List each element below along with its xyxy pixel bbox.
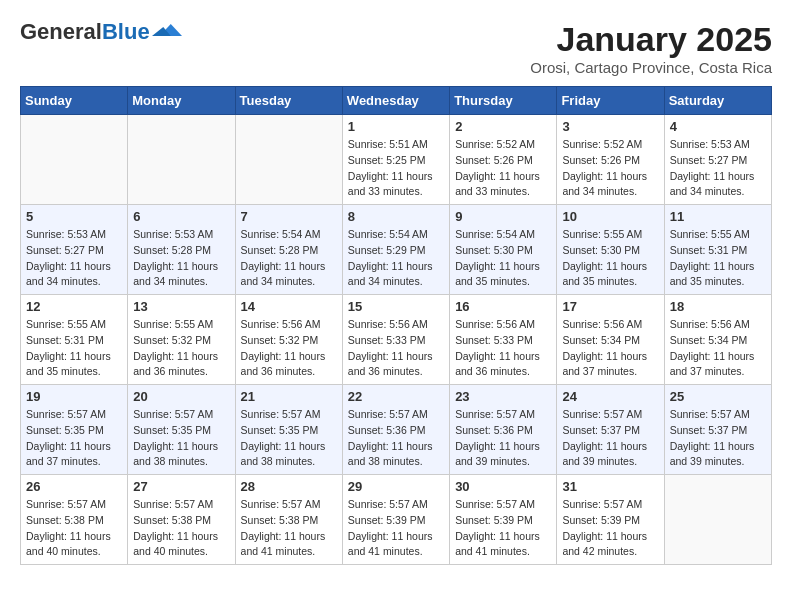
day-number: 17 bbox=[562, 299, 658, 314]
logo-line2: Blue bbox=[102, 19, 150, 44]
day-info: Sunrise: 5:56 AM Sunset: 5:34 PM Dayligh… bbox=[670, 317, 766, 380]
calendar-cell: 10Sunrise: 5:55 AM Sunset: 5:30 PM Dayli… bbox=[557, 205, 664, 295]
day-info: Sunrise: 5:57 AM Sunset: 5:35 PM Dayligh… bbox=[133, 407, 229, 470]
day-info: Sunrise: 5:56 AM Sunset: 5:33 PM Dayligh… bbox=[455, 317, 551, 380]
calendar-cell: 25Sunrise: 5:57 AM Sunset: 5:37 PM Dayli… bbox=[664, 385, 771, 475]
day-number: 29 bbox=[348, 479, 444, 494]
day-number: 20 bbox=[133, 389, 229, 404]
day-number: 11 bbox=[670, 209, 766, 224]
day-info: Sunrise: 5:53 AM Sunset: 5:27 PM Dayligh… bbox=[670, 137, 766, 200]
weekday-header: Friday bbox=[557, 87, 664, 115]
calendar-cell: 8Sunrise: 5:54 AM Sunset: 5:29 PM Daylig… bbox=[342, 205, 449, 295]
calendar-week-row: 19Sunrise: 5:57 AM Sunset: 5:35 PM Dayli… bbox=[21, 385, 772, 475]
day-number: 30 bbox=[455, 479, 551, 494]
day-number: 5 bbox=[26, 209, 122, 224]
day-info: Sunrise: 5:57 AM Sunset: 5:36 PM Dayligh… bbox=[455, 407, 551, 470]
calendar-cell: 11Sunrise: 5:55 AM Sunset: 5:31 PM Dayli… bbox=[664, 205, 771, 295]
calendar-cell: 23Sunrise: 5:57 AM Sunset: 5:36 PM Dayli… bbox=[450, 385, 557, 475]
day-info: Sunrise: 5:57 AM Sunset: 5:38 PM Dayligh… bbox=[26, 497, 122, 560]
day-info: Sunrise: 5:51 AM Sunset: 5:25 PM Dayligh… bbox=[348, 137, 444, 200]
day-number: 13 bbox=[133, 299, 229, 314]
day-info: Sunrise: 5:55 AM Sunset: 5:32 PM Dayligh… bbox=[133, 317, 229, 380]
day-number: 28 bbox=[241, 479, 337, 494]
day-info: Sunrise: 5:53 AM Sunset: 5:27 PM Dayligh… bbox=[26, 227, 122, 290]
calendar-cell bbox=[235, 115, 342, 205]
day-number: 6 bbox=[133, 209, 229, 224]
day-info: Sunrise: 5:55 AM Sunset: 5:30 PM Dayligh… bbox=[562, 227, 658, 290]
calendar-cell bbox=[128, 115, 235, 205]
day-number: 9 bbox=[455, 209, 551, 224]
calendar-cell: 3Sunrise: 5:52 AM Sunset: 5:26 PM Daylig… bbox=[557, 115, 664, 205]
day-info: Sunrise: 5:57 AM Sunset: 5:35 PM Dayligh… bbox=[26, 407, 122, 470]
calendar-cell: 30Sunrise: 5:57 AM Sunset: 5:39 PM Dayli… bbox=[450, 475, 557, 565]
day-info: Sunrise: 5:55 AM Sunset: 5:31 PM Dayligh… bbox=[26, 317, 122, 380]
weekday-header: Tuesday bbox=[235, 87, 342, 115]
day-number: 14 bbox=[241, 299, 337, 314]
calendar-cell: 21Sunrise: 5:57 AM Sunset: 5:35 PM Dayli… bbox=[235, 385, 342, 475]
calendar-cell: 31Sunrise: 5:57 AM Sunset: 5:39 PM Dayli… bbox=[557, 475, 664, 565]
day-info: Sunrise: 5:57 AM Sunset: 5:35 PM Dayligh… bbox=[241, 407, 337, 470]
calendar-cell: 19Sunrise: 5:57 AM Sunset: 5:35 PM Dayli… bbox=[21, 385, 128, 475]
calendar-cell: 28Sunrise: 5:57 AM Sunset: 5:38 PM Dayli… bbox=[235, 475, 342, 565]
day-number: 25 bbox=[670, 389, 766, 404]
day-number: 3 bbox=[562, 119, 658, 134]
day-info: Sunrise: 5:56 AM Sunset: 5:33 PM Dayligh… bbox=[348, 317, 444, 380]
day-number: 18 bbox=[670, 299, 766, 314]
day-info: Sunrise: 5:57 AM Sunset: 5:37 PM Dayligh… bbox=[670, 407, 766, 470]
calendar-cell: 20Sunrise: 5:57 AM Sunset: 5:35 PM Dayli… bbox=[128, 385, 235, 475]
day-info: Sunrise: 5:55 AM Sunset: 5:31 PM Dayligh… bbox=[670, 227, 766, 290]
day-number: 23 bbox=[455, 389, 551, 404]
logo-line1: General bbox=[20, 19, 102, 44]
day-info: Sunrise: 5:57 AM Sunset: 5:36 PM Dayligh… bbox=[348, 407, 444, 470]
calendar-cell: 12Sunrise: 5:55 AM Sunset: 5:31 PM Dayli… bbox=[21, 295, 128, 385]
weekday-header: Sunday bbox=[21, 87, 128, 115]
weekday-header: Monday bbox=[128, 87, 235, 115]
weekday-header: Wednesday bbox=[342, 87, 449, 115]
calendar-cell: 6Sunrise: 5:53 AM Sunset: 5:28 PM Daylig… bbox=[128, 205, 235, 295]
day-info: Sunrise: 5:57 AM Sunset: 5:38 PM Dayligh… bbox=[133, 497, 229, 560]
logo-text: GeneralBlue bbox=[20, 20, 150, 44]
location: Orosi, Cartago Province, Costa Rica bbox=[530, 59, 772, 76]
day-info: Sunrise: 5:57 AM Sunset: 5:39 PM Dayligh… bbox=[562, 497, 658, 560]
calendar-cell: 13Sunrise: 5:55 AM Sunset: 5:32 PM Dayli… bbox=[128, 295, 235, 385]
logo: GeneralBlue bbox=[20, 20, 182, 44]
day-number: 8 bbox=[348, 209, 444, 224]
calendar-cell: 9Sunrise: 5:54 AM Sunset: 5:30 PM Daylig… bbox=[450, 205, 557, 295]
day-info: Sunrise: 5:54 AM Sunset: 5:28 PM Dayligh… bbox=[241, 227, 337, 290]
day-number: 24 bbox=[562, 389, 658, 404]
day-info: Sunrise: 5:57 AM Sunset: 5:37 PM Dayligh… bbox=[562, 407, 658, 470]
day-info: Sunrise: 5:53 AM Sunset: 5:28 PM Dayligh… bbox=[133, 227, 229, 290]
day-info: Sunrise: 5:54 AM Sunset: 5:29 PM Dayligh… bbox=[348, 227, 444, 290]
day-number: 7 bbox=[241, 209, 337, 224]
day-number: 15 bbox=[348, 299, 444, 314]
calendar-cell: 27Sunrise: 5:57 AM Sunset: 5:38 PM Dayli… bbox=[128, 475, 235, 565]
day-number: 26 bbox=[26, 479, 122, 494]
calendar-week-row: 1Sunrise: 5:51 AM Sunset: 5:25 PM Daylig… bbox=[21, 115, 772, 205]
calendar-cell bbox=[21, 115, 128, 205]
day-info: Sunrise: 5:52 AM Sunset: 5:26 PM Dayligh… bbox=[562, 137, 658, 200]
calendar-cell: 26Sunrise: 5:57 AM Sunset: 5:38 PM Dayli… bbox=[21, 475, 128, 565]
day-number: 10 bbox=[562, 209, 658, 224]
day-info: Sunrise: 5:57 AM Sunset: 5:39 PM Dayligh… bbox=[455, 497, 551, 560]
day-number: 19 bbox=[26, 389, 122, 404]
page-header: GeneralBlue January 2025 Orosi, Cartago … bbox=[20, 20, 772, 76]
day-info: Sunrise: 5:56 AM Sunset: 5:34 PM Dayligh… bbox=[562, 317, 658, 380]
day-number: 2 bbox=[455, 119, 551, 134]
calendar-cell: 2Sunrise: 5:52 AM Sunset: 5:26 PM Daylig… bbox=[450, 115, 557, 205]
day-number: 16 bbox=[455, 299, 551, 314]
day-number: 21 bbox=[241, 389, 337, 404]
day-info: Sunrise: 5:54 AM Sunset: 5:30 PM Dayligh… bbox=[455, 227, 551, 290]
calendar-cell: 14Sunrise: 5:56 AM Sunset: 5:32 PM Dayli… bbox=[235, 295, 342, 385]
calendar-week-row: 26Sunrise: 5:57 AM Sunset: 5:38 PM Dayli… bbox=[21, 475, 772, 565]
day-number: 27 bbox=[133, 479, 229, 494]
calendar-week-row: 12Sunrise: 5:55 AM Sunset: 5:31 PM Dayli… bbox=[21, 295, 772, 385]
calendar-cell: 22Sunrise: 5:57 AM Sunset: 5:36 PM Dayli… bbox=[342, 385, 449, 475]
calendar-cell: 16Sunrise: 5:56 AM Sunset: 5:33 PM Dayli… bbox=[450, 295, 557, 385]
calendar-cell: 15Sunrise: 5:56 AM Sunset: 5:33 PM Dayli… bbox=[342, 295, 449, 385]
logo-icon bbox=[152, 21, 182, 39]
day-number: 22 bbox=[348, 389, 444, 404]
calendar-week-row: 5Sunrise: 5:53 AM Sunset: 5:27 PM Daylig… bbox=[21, 205, 772, 295]
day-info: Sunrise: 5:56 AM Sunset: 5:32 PM Dayligh… bbox=[241, 317, 337, 380]
day-number: 4 bbox=[670, 119, 766, 134]
day-number: 31 bbox=[562, 479, 658, 494]
